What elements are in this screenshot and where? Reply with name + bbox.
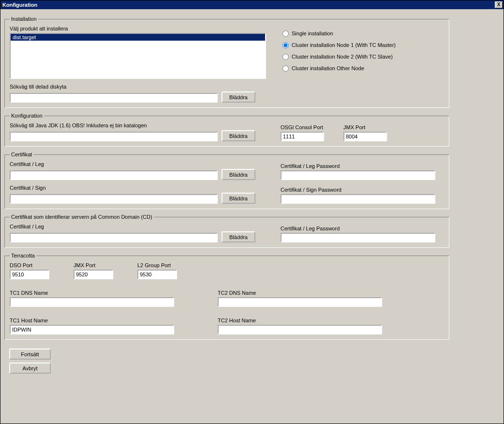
- cd-fieldset: Certifikat som identifierar servern på C…: [4, 214, 449, 248]
- l2-input[interactable]: [137, 270, 177, 279]
- shared-path-input[interactable]: [10, 93, 218, 103]
- tc1host-input[interactable]: [10, 325, 174, 334]
- cd-legend: Certifikat som identifierar servern på C…: [10, 214, 154, 220]
- product-listbox[interactable]: dist.target: [10, 33, 266, 79]
- tc1dns-input[interactable]: [10, 297, 174, 307]
- radio-node2-label: Cluster installation Node 2 (With TC Sla…: [292, 54, 393, 60]
- tc-jmx-label: JMX Port: [74, 262, 113, 268]
- cd-leg-input[interactable]: [10, 233, 218, 242]
- cert-leg-label: Certifikat / Leg: [10, 161, 261, 167]
- osgi-label: OSGI Consol Port: [281, 124, 324, 130]
- radio-node1-input[interactable]: [282, 42, 289, 48]
- radio-single[interactable]: Single installation: [282, 28, 396, 39]
- window-title: Konfiguration: [2, 0, 37, 9]
- tc2dns-input[interactable]: [218, 297, 382, 307]
- radio-other-label: Cluster installation Other Node: [292, 65, 364, 71]
- dso-input[interactable]: [10, 270, 49, 279]
- cert-sign-browse-button[interactable]: Bläddra: [222, 193, 255, 204]
- cert-leg-browse-button[interactable]: Bläddra: [222, 169, 255, 180]
- titlebar: Konfiguration X: [0, 0, 504, 9]
- cd-leg-browse-button[interactable]: Bläddra: [222, 231, 255, 242]
- tc1host-label: TC1 Host Name: [10, 318, 179, 323]
- cd-leg-label: Certifikat / Leg: [10, 224, 261, 229]
- cd-leg-pw-input[interactable]: [281, 233, 435, 242]
- choose-product-label: Välj produkt att installera: [10, 26, 271, 31]
- top-row: Välj produkt att installera dist.target …: [10, 26, 444, 79]
- install-type-radios: Single installation Cluster installation…: [282, 28, 396, 74]
- certifikat-legend: Certifikat: [10, 151, 33, 157]
- cert-sign-pw-label: Certifikat / Sign Password: [281, 187, 435, 193]
- tc2host-label: TC2 Host Name: [218, 318, 387, 323]
- radio-single-label: Single installation: [292, 30, 333, 36]
- jdk-label: Sökväg till Java JDK (1.6) OBS! Inkluder…: [10, 122, 261, 128]
- radio-node2[interactable]: Cluster installation Node 2 (With TC Sla…: [282, 51, 396, 62]
- installation-fieldset: Installation Välj produkt att installera…: [4, 16, 449, 108]
- certifikat-fieldset: Certifikat Certifikat / Leg Bläddra Cert…: [4, 151, 449, 209]
- jmx-label: JMX Port: [343, 124, 387, 130]
- cert-sign-input[interactable]: [10, 194, 218, 204]
- radio-node1-label: Cluster installation Node 1 (With TC Mas…: [292, 42, 396, 48]
- radio-node2-input[interactable]: [282, 54, 289, 60]
- terracotta-fieldset: Terracotta DSO Port JMX Port L2 Group Po…: [4, 253, 449, 340]
- close-icon[interactable]: X: [495, 1, 503, 8]
- cert-leg-pw-label: Certifikat / Leg Password: [281, 163, 435, 169]
- list-item[interactable]: dist.target: [11, 34, 265, 41]
- cancel-button[interactable]: Avbryt: [9, 363, 51, 374]
- config-window: Konfiguration X Installation Välj produk…: [0, 0, 504, 424]
- tc-jmx-input[interactable]: [74, 270, 113, 279]
- tc1dns-label: TC1 DNS Name: [10, 290, 179, 296]
- konfiguration-fieldset: Konfiguration Sökväg till Java JDK (1.6)…: [4, 113, 449, 147]
- cert-leg-input[interactable]: [10, 170, 218, 180]
- radio-other-input[interactable]: [282, 65, 289, 72]
- konfiguration-legend: Konfiguration: [10, 113, 44, 119]
- radio-single-input[interactable]: [282, 30, 289, 37]
- jdk-input[interactable]: [10, 132, 218, 141]
- radio-other[interactable]: Cluster installation Other Node: [282, 62, 396, 74]
- dso-label: DSO Port: [10, 262, 49, 268]
- cert-sign-pw-input[interactable]: [281, 194, 435, 204]
- tc2host-input[interactable]: [218, 325, 382, 334]
- terracotta-legend: Terracotta: [10, 253, 36, 258]
- continue-button[interactable]: Fortsätt: [9, 348, 51, 360]
- tc2dns-label: TC2 DNS Name: [218, 290, 387, 296]
- jmx-input[interactable]: [343, 132, 387, 141]
- shared-path-browse-button[interactable]: Bläddra: [222, 91, 255, 103]
- cert-sign-label: Certifikat / Sign: [10, 185, 261, 191]
- cert-leg-pw-input[interactable]: [281, 170, 435, 180]
- osgi-input[interactable]: [281, 132, 324, 141]
- l2-label: L2 Group Port: [137, 262, 177, 268]
- radio-node1[interactable]: Cluster installation Node 1 (With TC Mas…: [282, 39, 396, 51]
- content: Installation Välj produkt att installera…: [0, 9, 504, 424]
- shared-path-label: Sökväg till delad diskyta: [10, 84, 444, 90]
- jdk-browse-button[interactable]: Bläddra: [222, 130, 255, 141]
- cd-leg-pw-label: Certifikat / Leg Password: [281, 226, 435, 231]
- installation-legend: Installation: [10, 16, 38, 22]
